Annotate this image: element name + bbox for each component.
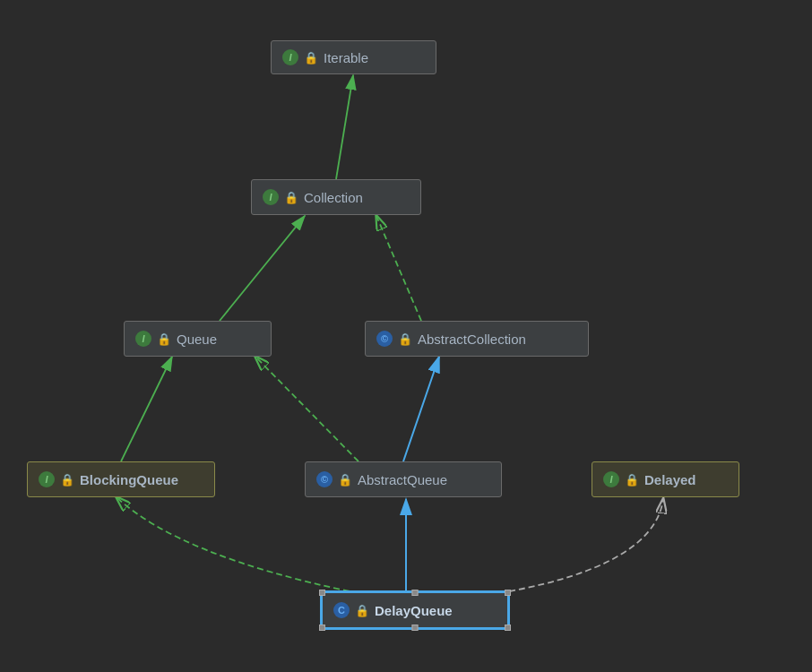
- node-label-abstract-collection: AbstractCollection: [418, 332, 526, 347]
- node-label-collection: Collection: [304, 190, 363, 205]
- lock-icon-queue: 🔒: [157, 332, 171, 346]
- svg-line-5: [220, 216, 305, 321]
- node-collection[interactable]: I 🔒 Collection: [251, 179, 421, 215]
- svg-line-4: [336, 75, 353, 179]
- node-iterable[interactable]: I 🔒 Iterable: [271, 40, 436, 74]
- node-abstract-collection[interactable]: © 🔒 AbstractCollection: [365, 321, 589, 357]
- node-delayed[interactable]: I 🔒 Delayed: [592, 461, 739, 497]
- node-label-blocking-queue: BlockingQueue: [80, 472, 178, 487]
- node-label-delayed: Delayed: [644, 472, 696, 487]
- class-icon-abstract-collection: ©: [376, 331, 393, 347]
- svg-line-9: [403, 357, 439, 461]
- handle-bm: [412, 625, 419, 631]
- lock-icon-abstract-queue: 🔒: [338, 473, 352, 487]
- diagram-container: I 🔒 Iterable I 🔒 Collection I 🔒 Queue © …: [0, 0, 812, 672]
- node-label-iterable: Iterable: [324, 50, 368, 65]
- lock-icon-collection: 🔒: [284, 191, 298, 204]
- node-queue[interactable]: I 🔒 Queue: [124, 321, 272, 357]
- lock-icon-iterable: 🔒: [304, 51, 318, 65]
- svg-line-7: [121, 357, 172, 461]
- class-icon-abstract-queue: ©: [316, 471, 333, 487]
- handle-bl: [319, 625, 325, 631]
- svg-line-6: [376, 216, 421, 321]
- lock-icon-abstract-collection: 🔒: [398, 332, 412, 346]
- node-delay-queue[interactable]: C 🔒 DelayQueue: [321, 591, 509, 629]
- interface-icon-iterable: I: [282, 49, 298, 65]
- node-label-queue: Queue: [177, 332, 217, 347]
- handle-tl: [319, 590, 325, 596]
- node-label-abstract-queue: AbstractQueue: [358, 472, 447, 487]
- handle-tm: [412, 590, 419, 596]
- class-icon-delay-queue: C: [333, 602, 350, 618]
- svg-line-8: [255, 357, 358, 461]
- node-label-delay-queue: DelayQueue: [375, 603, 453, 618]
- handle-tr: [505, 590, 511, 596]
- node-abstract-queue[interactable]: © 🔒 AbstractQueue: [305, 461, 502, 497]
- interface-icon-collection: I: [263, 189, 279, 205]
- interface-icon-queue: I: [135, 331, 151, 347]
- lock-icon-delay-queue: 🔒: [355, 604, 369, 617]
- interface-icon-blocking-queue: I: [39, 471, 55, 487]
- lock-icon-delayed: 🔒: [625, 473, 639, 487]
- node-blocking-queue[interactable]: I 🔒 BlockingQueue: [27, 461, 215, 497]
- interface-icon-delayed: I: [603, 471, 619, 487]
- lock-icon-blocking-queue: 🔒: [60, 473, 74, 487]
- handle-br: [505, 625, 511, 631]
